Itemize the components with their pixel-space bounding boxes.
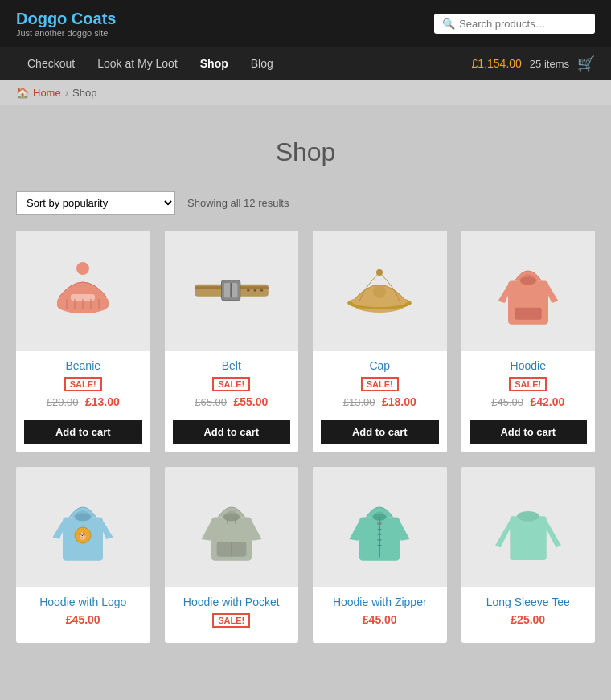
price-original-beanie: £20.00 (47, 396, 79, 408)
product-name-hoodie-pocket[interactable]: Hoodie with Pocket (173, 596, 291, 608)
site-branding: Doggo Coats Just another doggo site (16, 10, 116, 38)
product-name-beanie[interactable]: Beanie (24, 359, 142, 372)
price-sale-hoodie: £42.00 (530, 395, 564, 408)
price-original-cap: £13.00 (343, 396, 375, 408)
hoodie-zipper-illustration (339, 487, 420, 567)
nav-blog[interactable]: Blog (240, 47, 285, 80)
product-card-hoodie-pocket: Hoodie with Pocket SALE! (165, 467, 299, 643)
shop-title: Shop (16, 137, 595, 167)
product-card-beanie: Beanie SALE! £20.00 £13.00 Add to cart (16, 231, 150, 452)
price-hoodie: £45.00 £42.00 (470, 395, 588, 409)
price-sale-belt: £55.00 (233, 395, 268, 408)
nav-checkout[interactable]: Checkout (16, 47, 86, 80)
price-beanie: £20.00 £13.00 (24, 395, 142, 409)
svg-point-14 (253, 289, 256, 292)
product-image-beanie (16, 231, 150, 351)
price-original-belt: £65.00 (195, 396, 227, 408)
svg-point-2 (76, 262, 89, 275)
hoodie-pocket-illustration (191, 487, 272, 567)
product-card-hoodie-logo: 🐕 Hoodie with Logo £45.00 (16, 467, 150, 643)
sale-badge-belt: SALE! (173, 376, 291, 395)
price-belt: £65.00 £55.00 (173, 395, 291, 409)
sale-badge-hoodie-pocket: SALE! (173, 612, 291, 631)
breadcrumb-separator: › (65, 87, 68, 99)
site-header: Doggo Coats Just another doggo site 🔍 (0, 0, 611, 47)
product-card-hoodie: Hoodie SALE! £45.00 £42.00 Add to cart (461, 231, 596, 452)
nav-loot[interactable]: Look at My Loot (86, 47, 189, 80)
svg-point-26 (75, 514, 91, 522)
site-title: Doggo Coats (16, 10, 116, 28)
product-name-cap[interactable]: Cap (321, 359, 439, 372)
svg-point-16 (260, 289, 263, 292)
price-regular-longsleeve: £25.00 (511, 613, 545, 626)
price-longsleeve: £25.00 (470, 612, 588, 627)
svg-rect-43 (378, 522, 382, 524)
price-cap: £13.00 £18.00 (321, 395, 439, 409)
product-card-longsleeve: Long Sleeve Tee £25.00 (461, 467, 596, 643)
product-image-hoodie-zipper (313, 467, 447, 587)
add-to-cart-belt[interactable]: Add to cart (173, 420, 291, 444)
product-info-belt: Belt SALE! £65.00 £55.00 (165, 351, 299, 413)
price-sale-cap: £18.00 (382, 395, 416, 408)
sort-select[interactable]: Sort by popularity Sort by latest Sort b… (16, 191, 175, 215)
sale-badge-hoodie: SALE! (470, 376, 588, 395)
price-original-hoodie: £45.00 (491, 396, 523, 408)
svg-rect-23 (515, 308, 541, 320)
product-info-hoodie-logo: Hoodie with Logo £45.00 (16, 587, 150, 631)
breadcrumb-home-icon: 🏠 (16, 87, 29, 99)
site-tagline: Just another doggo site (16, 28, 116, 38)
product-image-cap (313, 231, 447, 351)
svg-text:🐕: 🐕 (79, 532, 88, 541)
cap-illustration (339, 251, 420, 331)
product-name-hoodie-zipper[interactable]: Hoodie with Zipper (321, 596, 439, 608)
product-card-cap: Cap SALE! £13.00 £18.00 Add to cart (313, 231, 447, 452)
belt-illustration (191, 251, 272, 331)
hoodie-logo-illustration: 🐕 (43, 487, 123, 567)
price-hoodie-logo: £45.00 (24, 612, 142, 627)
longsleeve-illustration (488, 487, 568, 567)
product-image-belt (165, 231, 299, 351)
shop-toolbar: Sort by popularity Sort by latest Sort b… (16, 191, 595, 215)
cart-icon[interactable]: 🛒 (577, 55, 595, 72)
main-content: Shop Sort by popularity Sort by latest S… (0, 105, 611, 659)
svg-point-30 (223, 514, 240, 522)
product-info-hoodie: Hoodie SALE! £45.00 £42.00 (461, 351, 596, 413)
product-name-longsleeve[interactable]: Long Sleeve Tee (470, 596, 588, 608)
add-to-cart-hoodie[interactable]: Add to cart (470, 420, 588, 444)
breadcrumb-current: Shop (72, 87, 96, 99)
nav-right: £1,154.00 25 items 🛒 (472, 55, 595, 72)
product-info-longsleeve: Long Sleeve Tee £25.00 (461, 587, 596, 631)
product-image-hoodie (461, 231, 596, 351)
svg-point-15 (247, 289, 249, 292)
product-info-cap: Cap SALE! £13.00 £18.00 (313, 351, 447, 413)
svg-point-24 (520, 277, 536, 285)
product-name-belt[interactable]: Belt (173, 359, 291, 372)
nav-bar: Checkout Look at My Loot Shop Blog £1,15… (0, 47, 611, 80)
sale-badge-cap: SALE! (321, 376, 439, 395)
cart-total: £1,154.00 (472, 57, 522, 70)
price-hoodie-zipper: £45.00 (321, 612, 439, 627)
price-regular-hoodie-logo: £45.00 (66, 613, 100, 626)
product-name-hoodie-logo[interactable]: Hoodie with Logo (24, 596, 142, 608)
add-to-cart-cap[interactable]: Add to cart (321, 420, 439, 444)
breadcrumb-home-link[interactable]: Home (33, 87, 61, 99)
add-to-cart-beanie[interactable]: Add to cart (24, 420, 142, 444)
svg-point-21 (373, 285, 386, 298)
product-info-hoodie-zipper: Hoodie with Zipper £45.00 (313, 587, 447, 631)
price-regular-hoodie-zipper: £45.00 (363, 613, 397, 626)
search-box[interactable]: 🔍 (434, 14, 595, 34)
sale-badge-beanie: SALE! (24, 376, 142, 395)
product-image-hoodie-pocket (165, 467, 299, 587)
product-image-hoodie-logo: 🐕 (16, 467, 150, 587)
svg-point-45 (517, 511, 539, 522)
product-card-belt: Belt SALE! £65.00 £55.00 Add to cart (165, 231, 299, 452)
results-count: Showing all 12 results (187, 197, 289, 209)
product-card-hoodie-zipper: Hoodie with Zipper £45.00 (313, 467, 447, 643)
product-image-longsleeve (461, 467, 596, 587)
product-grid: Beanie SALE! £20.00 £13.00 Add to cart (16, 231, 595, 643)
product-name-hoodie[interactable]: Hoodie (470, 359, 588, 372)
search-input[interactable] (459, 18, 587, 30)
svg-rect-44 (510, 516, 546, 560)
nav-shop[interactable]: Shop (189, 47, 240, 80)
beanie-illustration (43, 251, 123, 331)
